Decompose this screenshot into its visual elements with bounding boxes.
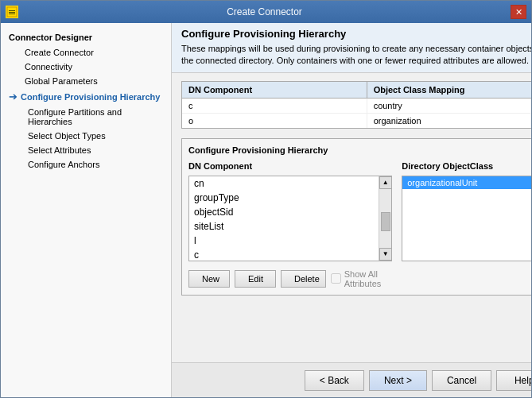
arrow-icon: ➔: [9, 91, 17, 102]
scrollbar-down[interactable]: ▼: [379, 248, 392, 261]
col-header-mapping: Object Class Mapping: [367, 82, 531, 98]
main-content: Configure Provisioning Hierarchy These m…: [172, 23, 531, 397]
close-button[interactable]: ✕: [511, 5, 526, 19]
sidebar-item-label: Configure Partitions and Hierarchies: [28, 107, 163, 126]
sidebar-item-global-parameters[interactable]: Global Parameters: [1, 74, 171, 88]
window-icon: [6, 6, 18, 18]
sidebar-item-label: Select Object Types: [28, 131, 106, 141]
svg-rect-3: [9, 14, 15, 14]
sidebar-item-configure-partitions[interactable]: Configure Partitions and Hierarchies: [1, 105, 171, 129]
table-cell-mapping: country: [367, 99, 531, 113]
sidebar-item-select-object-types[interactable]: Select Object Types: [1, 129, 171, 143]
dir-objectclass-panel: Directory ObjectClass organizationalUnit: [402, 161, 531, 288]
sidebar-item-connectivity[interactable]: Connectivity: [1, 60, 171, 74]
dir-list-item-selected[interactable]: organizationalUnit: [402, 176, 531, 189]
configure-provisioning-section: Configure Provisioning Hierarchy DN Comp…: [181, 138, 531, 296]
dn-component-label: DN Component: [188, 161, 392, 171]
scrollbar-track[interactable]: [379, 189, 391, 248]
table-row[interactable]: o organization: [182, 114, 531, 128]
configure-section-title: Configure Provisioning Hierarchy: [188, 145, 531, 155]
mapping-table: DN Component Object Class Mapping c coun…: [181, 81, 531, 129]
table-header-row: DN Component Object Class Mapping: [182, 82, 531, 99]
table-cell-mapping: organization: [367, 114, 531, 128]
svg-rect-2: [9, 12, 15, 13]
show-all-attributes-text: Show All Attributes: [344, 269, 392, 288]
sidebar: Connector Designer Create Connector Conn…: [1, 23, 172, 397]
delete-button[interactable]: Delete: [281, 270, 326, 288]
show-all-attributes-label: Show All Attributes: [331, 269, 392, 288]
show-all-attributes-checkbox[interactable]: [331, 273, 341, 284]
cancel-button[interactable]: Cancel: [432, 370, 491, 391]
sidebar-item-label: Configure Anchors: [28, 160, 100, 169]
new-button[interactable]: New: [188, 270, 230, 288]
sidebar-item-label: Connectivity: [25, 62, 72, 71]
sidebar-item-configure-provisioning-hierarchy[interactable]: ➔ Configure Provisioning Hierarchy: [1, 88, 171, 105]
dir-objectclass-label: Directory ObjectClass: [402, 161, 531, 171]
scrollbar-up[interactable]: ▲: [379, 176, 392, 189]
list-item[interactable]: groupType: [189, 191, 379, 205]
main-header-desc: These mappings will be used during provi…: [181, 43, 531, 68]
list-item[interactable]: objectSid: [189, 205, 379, 219]
sidebar-item-select-attributes[interactable]: Select Attributes: [1, 143, 171, 157]
dn-component-panel: DN Component cn groupType objectSid site…: [188, 161, 392, 288]
sidebar-item-configure-anchors[interactable]: Configure Anchors: [1, 157, 171, 172]
sidebar-item-label: Configure Provisioning Hierarchy: [21, 92, 160, 102]
window-title: Create Connector: [18, 6, 511, 17]
help-button[interactable]: Help: [496, 370, 531, 391]
main-header-title: Configure Provisioning Hierarchy: [181, 28, 531, 40]
sidebar-section-title: Connector Designer: [1, 29, 171, 45]
sidebar-item-label: Select Attributes: [28, 145, 91, 155]
main-body: DN Component Object Class Mapping c coun…: [172, 73, 531, 362]
sidebar-item-label: Global Parameters: [25, 76, 98, 86]
list-item[interactable]: c: [189, 248, 379, 261]
main-header: Configure Provisioning Hierarchy These m…: [172, 23, 531, 73]
dn-list-container: cn groupType objectSid siteList l c ou ▲: [188, 176, 392, 261]
main-window: Create Connector ✕ Connector Designer Cr…: [0, 0, 532, 398]
table-cell-dn: c: [182, 99, 367, 113]
list-item[interactable]: cn: [189, 176, 379, 191]
sidebar-item-create-connector[interactable]: Create Connector: [1, 45, 171, 60]
col-header-dn: DN Component: [182, 82, 367, 98]
scrollbar-thumb[interactable]: [381, 212, 390, 231]
sidebar-item-label: Create Connector: [25, 48, 94, 57]
back-button[interactable]: < Back: [305, 370, 364, 391]
edit-button[interactable]: Edit: [235, 270, 276, 288]
table-row[interactable]: c country: [182, 99, 531, 114]
svg-rect-1: [9, 10, 15, 11]
table-cell-dn: o: [182, 114, 367, 128]
title-bar: Create Connector ✕: [1, 1, 531, 23]
configure-inner: DN Component cn groupType objectSid site…: [188, 161, 531, 288]
dn-scrollbar[interactable]: ▲ ▼: [379, 176, 391, 261]
dn-list[interactable]: cn groupType objectSid siteList l c ou: [189, 176, 379, 261]
footer: < Back Next > Cancel Help: [172, 362, 531, 397]
window-body: Connector Designer Create Connector Conn…: [1, 23, 531, 397]
list-item[interactable]: siteList: [189, 219, 379, 234]
next-button[interactable]: Next >: [369, 370, 427, 391]
dir-list[interactable]: organizationalUnit: [402, 176, 531, 261]
list-item[interactable]: l: [189, 234, 379, 248]
action-buttons-row: New Edit Delete Show All Attributes: [188, 269, 392, 288]
